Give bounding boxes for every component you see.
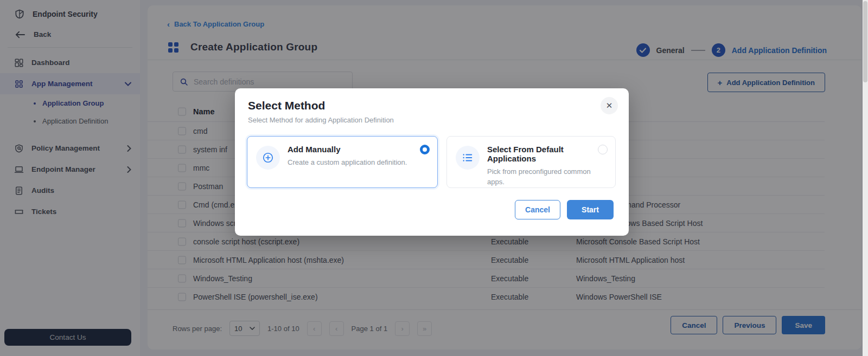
close-button[interactable]: ✕ — [601, 97, 618, 114]
method-options: Add Manually Create a custom application… — [247, 136, 616, 188]
modal-actions: Cancel Start — [515, 200, 614, 219]
list-icon — [456, 146, 480, 170]
select-method-modal: Select Method Select Method for adding A… — [235, 88, 629, 236]
modal-cancel-button[interactable]: Cancel — [515, 200, 560, 219]
app-root: Endpoint Security Back Dashboard — [0, 0, 868, 356]
option-description: Create a custom application definition. — [288, 158, 429, 168]
radio-selected[interactable] — [420, 145, 430, 154]
option-description: Pick from preconfigured common apps. — [487, 167, 607, 187]
modal-subtitle: Select Method for adding Application Def… — [248, 116, 616, 124]
option-add-manually[interactable]: Add Manually Create a custom application… — [247, 136, 438, 188]
radio-unselected[interactable] — [598, 145, 608, 154]
option-select-from-default[interactable]: Select From Default Applications Pick fr… — [446, 136, 616, 188]
scrollbar-thumb[interactable] — [863, 1, 867, 82]
modal-start-button[interactable]: Start — [567, 200, 614, 219]
option-title: Add Manually — [288, 145, 429, 154]
option-title: Select From Default Applications — [487, 145, 607, 163]
modal-title: Select Method — [248, 99, 616, 112]
browser-scrollbar[interactable] — [863, 0, 868, 356]
close-icon: ✕ — [606, 101, 613, 111]
plus-circle-icon — [256, 146, 280, 170]
